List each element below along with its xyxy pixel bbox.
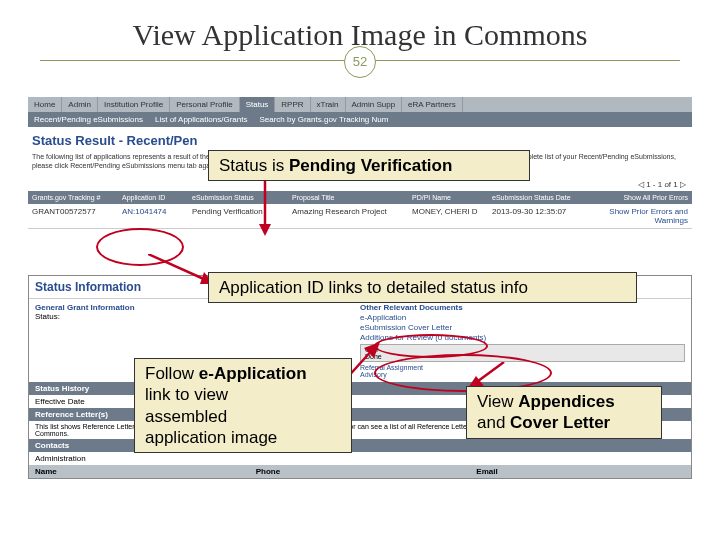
svg-line-2 bbox=[148, 254, 206, 280]
tab-personal-profile[interactable]: Personal Profile bbox=[170, 97, 239, 112]
nav-tabs: Home Admin Institution Profile Personal … bbox=[28, 97, 692, 112]
col-app-id: Application ID bbox=[118, 191, 188, 204]
subtab-recent-pending[interactable]: Recent/Pending eSubmissions bbox=[28, 112, 149, 127]
cell-prior-errors-link[interactable]: Show Prior Errors and Warnings bbox=[598, 204, 692, 228]
col-phone: Phone bbox=[250, 465, 471, 478]
cell-app-id-link[interactable]: AN:1041474 bbox=[118, 204, 188, 228]
col-pi-name: PD/PI Name bbox=[408, 191, 488, 204]
tab-status[interactable]: Status bbox=[240, 97, 276, 112]
tab-admin-supp[interactable]: Admin Supp bbox=[346, 97, 403, 112]
col-email: Email bbox=[470, 465, 691, 478]
subtab-search-tracking[interactable]: Search by Grants.gov Tracking Num bbox=[253, 112, 394, 127]
sub-tabs: Recent/Pending eSubmissions List of Appl… bbox=[28, 112, 692, 127]
other-docs-label: Other Relevant Documents bbox=[360, 303, 685, 312]
cell-tracking: GRANT00572577 bbox=[28, 204, 118, 228]
col-proposal-title: Proposal Title bbox=[288, 191, 408, 204]
callout-pending-verification: Status is Pending Verification bbox=[208, 150, 530, 181]
cell-proposal-title: Amazing Research Project bbox=[288, 204, 408, 228]
link-cover-letter[interactable]: eSubmission Cover Letter bbox=[360, 323, 685, 332]
tab-xtrain[interactable]: xTrain bbox=[311, 97, 346, 112]
tab-era-partners[interactable]: eRA Partners bbox=[402, 97, 463, 112]
administration-label: Administration bbox=[29, 452, 691, 465]
col-prior-errors: Show All Prior Errors bbox=[598, 191, 692, 204]
callout-app-id-link: Application ID links to detailed status … bbox=[208, 272, 637, 303]
callout-appendices-cover-letter: View Appendices and Cover Letter bbox=[466, 386, 662, 439]
title-rule: 52 bbox=[40, 60, 680, 91]
tab-rppr[interactable]: RPPR bbox=[275, 97, 310, 112]
tab-institution-profile[interactable]: Institution Profile bbox=[98, 97, 170, 112]
result-table-header: Grants.gov Tracking # Application ID eSu… bbox=[28, 191, 692, 204]
callout-e-application: Follow e-Application link to view assemb… bbox=[134, 358, 352, 453]
status-result-heading: Status Result - Recent/Pen bbox=[28, 127, 692, 150]
svg-marker-1 bbox=[259, 224, 271, 236]
subtab-list-applications[interactable]: List of Applications/Grants bbox=[149, 112, 254, 127]
tab-home[interactable]: Home bbox=[28, 97, 62, 112]
result-table-row: GRANT00572577 AN:1041474 Pending Verific… bbox=[28, 204, 692, 229]
contacts-header-row: Name Phone Email bbox=[29, 465, 691, 478]
status-label: Status: bbox=[35, 312, 360, 321]
col-name: Name bbox=[29, 465, 250, 478]
cell-esub-date: 2013-09-30 12:35:07 bbox=[488, 204, 598, 228]
col-tracking: Grants.gov Tracking # bbox=[28, 191, 118, 204]
page-number-badge: 52 bbox=[344, 46, 376, 78]
cell-pi-name: MONEY, CHERI D bbox=[408, 204, 488, 228]
col-esub-date: eSubmission Status Date bbox=[488, 191, 598, 204]
tab-admin[interactable]: Admin bbox=[62, 97, 98, 112]
contacts-bar: Contacts bbox=[29, 439, 691, 452]
general-grant-label: General Grant Information bbox=[35, 303, 360, 312]
arrow-pending-to-status bbox=[250, 178, 280, 238]
link-e-application[interactable]: e-Application bbox=[360, 313, 685, 322]
